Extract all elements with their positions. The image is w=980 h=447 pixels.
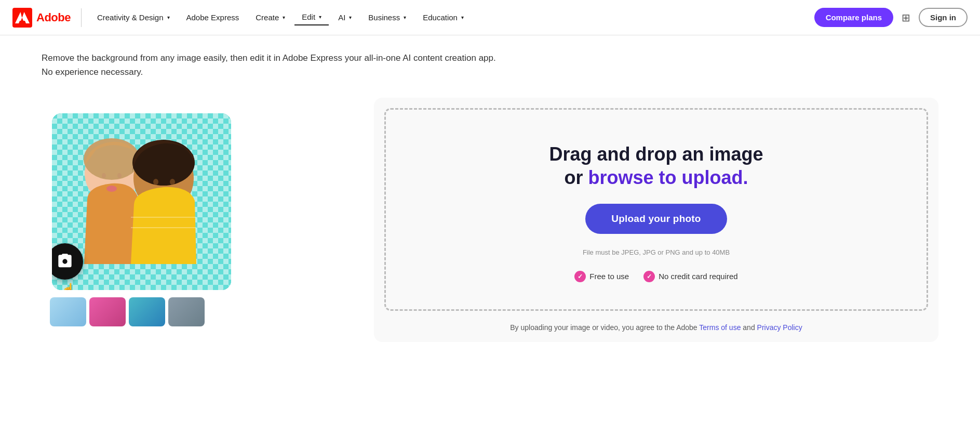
apps-grid-icon[interactable]: ⊞ [902,11,910,24]
thumbnail-3[interactable] [129,297,165,326]
thumbnail-strip [50,297,343,326]
no-credit-card-badge: ✓ No credit card required [643,271,738,282]
chevron-down-icon: ▾ [167,15,170,20]
chevron-down-icon: ▾ [404,15,406,20]
upload-area-container: Drag and drop an image or browse to uplo… [374,98,938,342]
thumbnail-4[interactable] [168,297,205,326]
svg-point-8 [153,179,158,185]
compare-plans-button[interactable]: Compare plans [814,8,893,27]
nav-education[interactable]: Education ▾ [415,10,471,25]
adobe-logo-icon [12,8,32,28]
thumbnail-1[interactable] [50,297,86,326]
no-credit-card-check-icon: ✓ [643,271,655,282]
nav-right: Compare plans ⊞ Sign in [814,8,968,27]
free-to-use-label: Free to use [589,272,629,281]
chevron-down-icon: ▾ [283,15,285,20]
navbar: Adobe Creativity & Design ▾ Adobe Expres… [0,0,980,35]
subtitle-text: Remove the background from any image eas… [42,51,509,79]
nav-creativity-design[interactable]: Creativity & Design ▾ [90,10,177,25]
badges-row: ✓ Free to use ✓ No credit card required [574,271,737,282]
image-preview-area: ☝️ [42,113,343,326]
free-to-use-check-icon: ✓ [574,271,586,282]
thumbnail-2[interactable] [89,297,126,326]
no-credit-card-label: No credit card required [659,272,738,281]
main-content: Remove the background from any image eas… [0,35,980,363]
nav-edit[interactable]: Edit ▾ [294,9,329,25]
svg-point-3 [102,173,106,178]
drag-drop-zone[interactable]: Drag and drop an image or browse to uplo… [384,108,928,311]
tos-text: By uploading your image or video, you ag… [384,323,928,332]
nav-business[interactable]: Business ▾ [361,10,413,25]
svg-point-5 [106,186,117,192]
privacy-policy-link[interactable]: Privacy Policy [757,323,802,332]
adobe-logo[interactable]: Adobe [12,8,71,28]
nav-ai[interactable]: AI ▾ [331,10,359,25]
nav-adobe-express[interactable]: Adobe Express [179,10,247,25]
browse-link[interactable]: browse to upload. [588,167,748,188]
chevron-down-icon: ▾ [319,14,321,20]
svg-point-7 [132,140,195,186]
nav-items: Creativity & Design ▾ Adobe Express Crea… [90,9,814,25]
camera-icon [57,253,73,270]
two-col-layout: ☝️ Drag and drop an image or browse to u… [42,98,938,342]
chevron-down-icon: ▾ [349,15,352,20]
sign-in-button[interactable]: Sign in [919,8,968,27]
upload-photo-button[interactable]: Upload your photo [585,204,727,234]
adobe-text: Adobe [36,11,71,24]
svg-point-9 [170,179,175,185]
nav-create[interactable]: Create ▾ [248,10,292,25]
terms-of-use-link[interactable]: Terms of use [699,323,741,332]
free-to-use-badge: ✓ Free to use [574,271,629,282]
main-preview-image: ☝️ [52,113,231,290]
chevron-down-icon: ▾ [461,15,464,20]
file-requirements-text: File must be JPEG, JPG or PNG and up to … [583,248,730,256]
nav-divider [81,8,82,27]
svg-point-4 [117,173,122,178]
drag-drop-heading: Drag and drop an image or browse to uplo… [549,142,763,189]
hand-cursor-icon: ☝️ [61,283,75,290]
